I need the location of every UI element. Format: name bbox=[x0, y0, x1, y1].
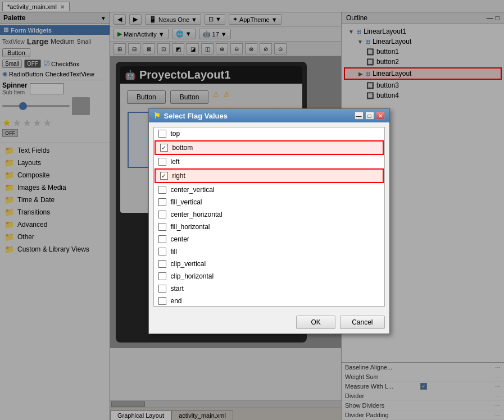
flag-item-center-vertical[interactable]: center_vertical bbox=[154, 184, 384, 196]
flag-item-center[interactable]: center bbox=[154, 233, 384, 245]
flag-item-fill[interactable]: fill bbox=[154, 245, 384, 258]
flag-checkbox-clip-vertical[interactable] bbox=[158, 260, 166, 268]
flag-item-left[interactable]: left bbox=[154, 156, 384, 168]
flag-checkbox-end[interactable] bbox=[158, 297, 166, 305]
flag-label-clip-vertical: clip_vertical bbox=[171, 260, 206, 268]
cancel-button[interactable]: Cancel bbox=[340, 316, 384, 329]
flag-label-fill-horizontal: fill_horizontal bbox=[171, 223, 210, 231]
flag-checkbox-fill-vertical[interactable] bbox=[158, 198, 166, 206]
flag-label-center: center bbox=[171, 235, 189, 243]
flag-item-start[interactable]: start bbox=[154, 282, 384, 295]
flag-item-top[interactable]: top bbox=[154, 127, 384, 140]
flag-item-fill-vertical[interactable]: fill_vertical bbox=[154, 196, 384, 208]
flag-checkbox-center-horizontal[interactable] bbox=[158, 211, 166, 218]
flag-item-right[interactable]: ✓ right bbox=[155, 168, 384, 183]
modal-minimize-btn[interactable]: — bbox=[355, 112, 364, 120]
flag-checkbox-center[interactable] bbox=[158, 235, 166, 243]
flag-checkbox-fill-horizontal[interactable] bbox=[158, 223, 166, 231]
flag-label-right: right bbox=[172, 172, 185, 180]
flag-label-center-horizontal: center_horizontal bbox=[171, 211, 223, 218]
flag-item-clip-vertical[interactable]: clip_vertical bbox=[154, 258, 384, 270]
modal-titlebar: ⚑ Select Flag Values — □ ✕ bbox=[149, 109, 389, 122]
flag-label-fill: fill bbox=[171, 248, 177, 255]
flag-item-bottom[interactable]: ✓ bottom bbox=[155, 140, 384, 155]
flag-checkbox-right[interactable]: ✓ bbox=[160, 172, 168, 180]
flag-checkbox-left[interactable] bbox=[158, 158, 166, 166]
flag-item-end[interactable]: end bbox=[154, 295, 384, 307]
flag-label-start: start bbox=[171, 285, 184, 293]
flag-label-left: left bbox=[171, 158, 180, 166]
flag-item-fill-horizontal[interactable]: fill_horizontal bbox=[154, 221, 384, 233]
flag-label-end: end bbox=[171, 297, 182, 305]
modal-maximize-btn[interactable]: □ bbox=[365, 112, 374, 120]
flag-label-bottom: bottom bbox=[172, 144, 193, 152]
flag-list: top ✓ bottom left ✓ right bbox=[153, 127, 385, 307]
flag-checkbox-bottom[interactable]: ✓ bbox=[160, 144, 168, 152]
flag-label-clip-horizontal: clip_horizontal bbox=[171, 272, 214, 280]
flag-checkbox-fill[interactable] bbox=[158, 248, 166, 255]
flag-checkbox-center-vertical[interactable] bbox=[158, 186, 166, 194]
ok-button[interactable]: OK bbox=[296, 316, 335, 329]
flag-label-top: top bbox=[171, 130, 180, 138]
modal-title-text: ⚑ Select Flag Values bbox=[153, 111, 228, 120]
modal-content: top ✓ bottom left ✓ right bbox=[149, 122, 389, 311]
flag-item-center-horizontal[interactable]: center_horizontal bbox=[154, 208, 384, 221]
modal-footer: OK Cancel bbox=[149, 311, 389, 334]
modal-controls: — □ ✕ bbox=[355, 112, 385, 120]
modal-overlay: ⚑ Select Flag Values — □ ✕ top ✓ bottom bbox=[0, 0, 504, 420]
flag-label-center-vertical: center_vertical bbox=[171, 186, 215, 194]
modal-close-btn[interactable]: ✕ bbox=[376, 112, 385, 120]
flag-checkbox-top[interactable] bbox=[158, 130, 166, 138]
flag-label-fill-vertical: fill_vertical bbox=[171, 198, 202, 206]
flag-checkbox-clip-horizontal[interactable] bbox=[158, 272, 166, 280]
modal-title-label: Select Flag Values bbox=[164, 112, 228, 120]
select-flag-dialog: ⚑ Select Flag Values — □ ✕ top ✓ bottom bbox=[148, 108, 390, 334]
flag-checkbox-start[interactable] bbox=[158, 285, 166, 293]
flag-item-clip-horizontal[interactable]: clip_horizontal bbox=[154, 270, 384, 282]
modal-title-icon: ⚑ bbox=[153, 111, 161, 120]
